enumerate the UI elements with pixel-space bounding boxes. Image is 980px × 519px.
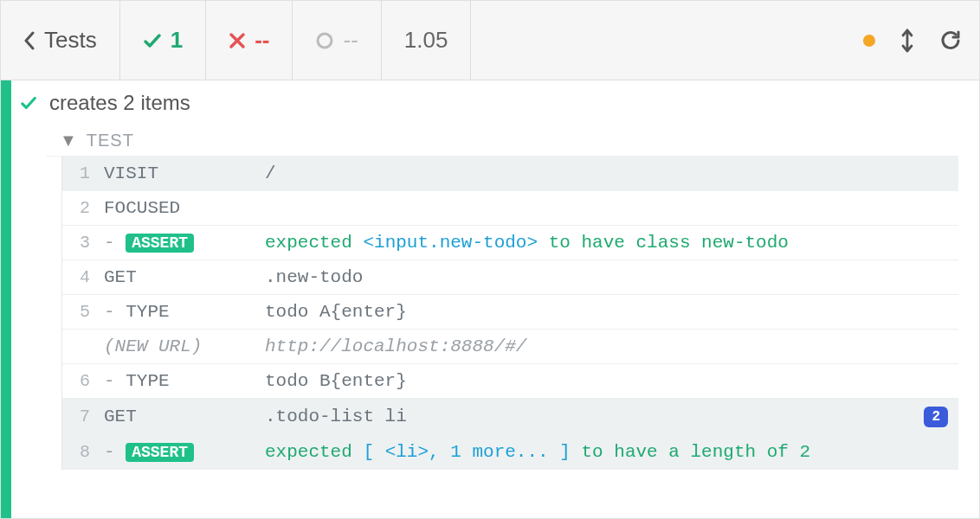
circle-icon [315, 31, 334, 50]
body-area: creates 2 items ▼ TEST 1VISIT/2FOCUSED3-… [1, 80, 979, 519]
line-number: 2 [62, 198, 99, 218]
status-dot-icon [863, 35, 875, 47]
count-badge: 2 [924, 407, 948, 427]
command-row[interactable]: 6- TYPEtodo B{enter} [62, 364, 958, 399]
duration-display: 1.05 [382, 1, 472, 80]
command-message: expected <input.new-todo> to have class … [265, 233, 943, 253]
section-header[interactable]: ▼ TEST [46, 125, 958, 157]
line-number: 7 [62, 407, 99, 426]
line-number: 8 [62, 442, 99, 462]
assert-selector: <input.new-todo> [352, 233, 549, 253]
command-name: - ASSERT [104, 442, 260, 462]
pending-count: -- [343, 27, 358, 54]
command-name: - ASSERT [104, 233, 260, 253]
command-name: - TYPE [104, 371, 260, 391]
svg-point-0 [318, 34, 332, 48]
toolbar-right [863, 1, 979, 80]
assert-badge: ASSERT [126, 234, 194, 253]
command-meta: 2 [924, 406, 948, 427]
toolbar-spacer [471, 1, 863, 80]
passed-counter[interactable]: 1 [120, 1, 206, 80]
command-message: todo A{enter} [265, 302, 943, 322]
check-icon [143, 31, 162, 50]
failed-count: -- [255, 27, 269, 54]
command-tree: ▼ TEST 1VISIT/2FOCUSED3- ASSERTexpected … [11, 125, 979, 470]
command-message: .new-todo [265, 267, 943, 287]
command-name: - TYPE [104, 302, 260, 322]
child-dash: - [104, 302, 126, 322]
command-row[interactable]: 1VISIT/ [62, 157, 958, 191]
duration-value: 1.05 [404, 27, 448, 54]
command-name: VISIT [104, 163, 260, 183]
resize-button[interactable] [901, 29, 913, 53]
command-name: (NEW URL) [104, 336, 260, 356]
failed-counter[interactable]: -- [206, 1, 293, 80]
command-message: http://localhost:8888/#/ [265, 336, 943, 356]
command-list: 1VISIT/2FOCUSED3- ASSERTexpected <input.… [61, 157, 958, 470]
chevron-left-icon [23, 31, 35, 50]
reload-button[interactable] [939, 29, 962, 52]
command-row[interactable]: 7GET.todo-list li2 [62, 399, 958, 435]
line-number: 6 [62, 371, 99, 391]
assert-badge: ASSERT [126, 443, 194, 462]
back-button[interactable]: Tests [1, 1, 120, 80]
command-name: GET [104, 407, 260, 426]
command-message: todo B{enter} [265, 371, 943, 391]
command-name: GET [104, 267, 260, 287]
line-number: 4 [62, 267, 99, 287]
assert-keyword: to have class [549, 233, 691, 253]
command-row[interactable]: 4GET.new-todo [62, 260, 958, 295]
toolbar: Tests 1 -- -- 1.05 [1, 1, 979, 80]
line-number: 3 [62, 233, 99, 253]
test-title: creates 2 items [49, 91, 190, 115]
resize-icon [901, 29, 913, 53]
caret-down-icon: ▼ [60, 131, 78, 151]
assert-keyword: expected [265, 442, 352, 462]
child-dash: - [104, 371, 126, 391]
content: creates 2 items ▼ TEST 1VISIT/2FOCUSED3-… [11, 80, 979, 519]
assert-value: 2 [789, 442, 810, 462]
passed-count: 1 [171, 27, 183, 54]
command-message: expected [ <li>, 1 more... ] to have a l… [265, 442, 943, 462]
test-title-row[interactable]: creates 2 items [11, 80, 979, 125]
section-label: TEST [87, 131, 134, 151]
child-dash: - [104, 442, 126, 462]
command-event-row[interactable]: (NEW URL)http://localhost:8888/#/ [62, 330, 958, 364]
command-row[interactable]: 5- TYPEtodo A{enter} [62, 295, 958, 330]
command-row[interactable]: 8- ASSERTexpected [ <li>, 1 more... ] to… [62, 435, 958, 470]
assert-value: new-todo [691, 233, 789, 253]
assert-selector: [ <li>, 1 more... ] [352, 442, 582, 462]
assert-keyword: to have a length of [581, 442, 788, 462]
x-icon [229, 32, 246, 49]
back-label: Tests [44, 27, 97, 54]
line-number: 1 [62, 163, 99, 183]
command-name: FOCUSED [104, 198, 260, 218]
command-row[interactable]: 3- ASSERTexpected <input.new-todo> to ha… [62, 226, 958, 260]
pass-indicator-bar [1, 80, 11, 519]
child-dash: - [104, 233, 126, 253]
assert-keyword: expected [265, 233, 352, 253]
reload-icon [939, 29, 962, 52]
command-row[interactable]: 2FOCUSED [62, 191, 958, 226]
command-message: / [265, 163, 943, 183]
command-message: .todo-list li [265, 407, 919, 426]
line-number: 5 [62, 302, 99, 322]
check-icon [20, 94, 37, 112]
pending-counter[interactable]: -- [293, 1, 381, 80]
